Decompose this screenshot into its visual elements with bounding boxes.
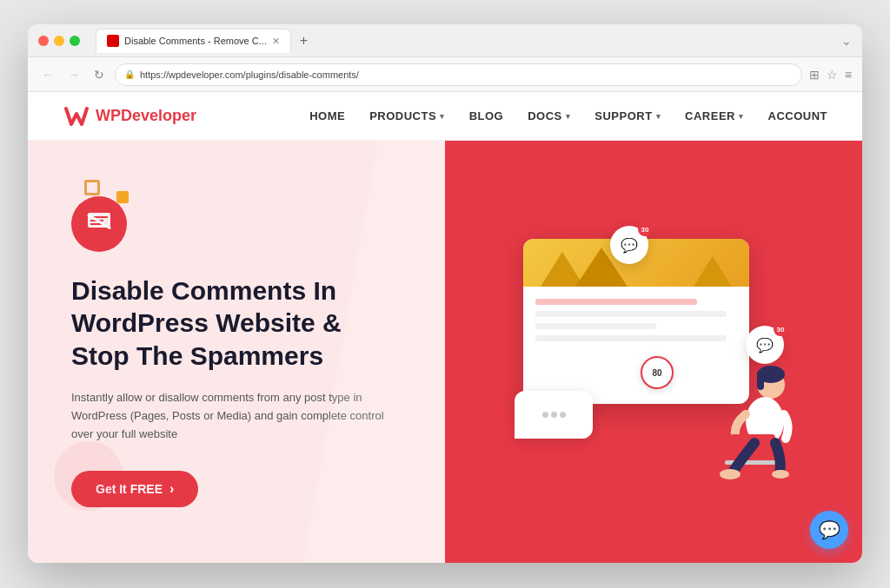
illus-line-1 (535, 299, 697, 305)
cta-arrow: › (169, 481, 174, 497)
site-logo[interactable]: WPDeveloper (63, 105, 196, 128)
person-illustration (688, 352, 801, 482)
nav-support[interactable]: SUPPORT ▾ (594, 109, 661, 122)
browser-window: Disable Comments - Remove C... ✕ + ⌄ ← →… (28, 24, 862, 563)
hero-description: Instantly allow or disallow comments fro… (71, 389, 402, 443)
plugin-logo-icon (86, 210, 112, 238)
logo-developer: Developer (121, 107, 196, 124)
plugin-logo-square (116, 191, 129, 203)
illus-line-4 (535, 335, 727, 341)
logo-wp: WP (96, 107, 121, 124)
notif-count-right: 30 (774, 322, 787, 336)
notif-count-top: 30 (638, 222, 652, 236)
nav-products[interactable]: PRODUCTS ▾ (369, 109, 444, 122)
comments-icon (86, 211, 112, 232)
menu-icon[interactable]: ≡ (845, 68, 852, 82)
tab-title: Disable Comments - Remove C... (124, 36, 267, 46)
nav-docs[interactable]: DOCS ▾ (528, 109, 570, 122)
hero-left: Disable Comments In WordPress Website & … (28, 141, 445, 563)
deco-square (84, 180, 100, 195)
refresh-button[interactable]: ↻ (90, 66, 108, 83)
nav-blog[interactable]: BLOG (469, 109, 504, 122)
new-tab-button[interactable]: + (295, 33, 313, 49)
docs-chevron-icon: ▾ (566, 112, 571, 121)
back-button[interactable]: ← (38, 66, 57, 83)
bubble-dot-1 (542, 412, 548, 418)
plugin-logo (71, 196, 127, 252)
title-bar-controls: ⌄ (841, 34, 852, 48)
active-tab[interactable]: Disable Comments - Remove C... ✕ (96, 29, 291, 53)
nav-right-controls: ⊞ ☆ ≡ (809, 68, 852, 82)
support-chevron-icon: ▾ (656, 112, 661, 121)
website-content: WPDeveloper HOME PRODUCTS ▾ BLOG DOCS ▾ … (28, 92, 862, 563)
illus-line-2 (535, 311, 727, 317)
minimize-button[interactable] (54, 36, 64, 46)
tab-close-button[interactable]: ✕ (272, 36, 280, 47)
tab-favicon (107, 35, 119, 47)
deco-circle (54, 441, 123, 511)
products-chevron-icon: ▾ (440, 112, 445, 121)
chat-support-icon: 💬 (819, 519, 840, 540)
nav-bar: ← → ↻ 🔒 https://wpdeveloper.com/plugins/… (28, 57, 862, 92)
badge-80: 80 (641, 356, 674, 389)
forward-button[interactable]: → (64, 66, 83, 83)
mountain-3 (694, 256, 732, 287)
traffic-lights (38, 36, 80, 46)
address-bar[interactable]: 🔒 https://wpdeveloper.com/plugins/disabl… (115, 63, 802, 86)
plugin-icon (71, 196, 132, 257)
illustration-card-lines (523, 287, 749, 353)
notification-icon-top: 💬 (621, 237, 638, 254)
tab-area: Disable Comments - Remove C... ✕ + (96, 29, 833, 53)
svg-point-11 (720, 469, 741, 479)
site-nav: HOME PRODUCTS ▾ BLOG DOCS ▾ SUPPORT ▾ CA… (309, 109, 827, 122)
bubble-dot-3 (560, 412, 566, 418)
lock-icon: 🔒 (124, 69, 135, 79)
notification-badge-top: 💬 30 (610, 226, 648, 264)
close-button[interactable] (38, 36, 49, 46)
hero-title: Disable Comments In WordPress Website & … (71, 274, 402, 373)
hero-illustration: 80 💬 30 💬 30 (506, 221, 801, 482)
chat-support-button[interactable]: 💬 (810, 511, 848, 549)
hero-right: 80 💬 30 💬 30 (445, 141, 862, 563)
svg-point-12 (772, 470, 789, 479)
title-bar: Disable Comments - Remove C... ✕ + ⌄ (28, 24, 862, 57)
bubble-dot-2 (551, 412, 557, 418)
notification-icon-right: 💬 (756, 337, 774, 353)
logo-text: WPDeveloper (96, 107, 196, 125)
career-chevron-icon: ▾ (739, 112, 744, 121)
nav-account[interactable]: ACCOUNT (768, 109, 828, 122)
logo-svg (63, 105, 90, 128)
bookmark-icon[interactable]: ☆ (827, 68, 838, 82)
nav-career[interactable]: CAREER ▾ (685, 109, 743, 122)
maximize-button[interactable] (70, 36, 80, 46)
nav-home[interactable]: HOME (309, 109, 345, 122)
hero-section: Disable Comments In WordPress Website & … (28, 141, 862, 563)
url-text: https://wpdeveloper.com/plugins/disable-… (140, 69, 359, 80)
site-header: WPDeveloper HOME PRODUCTS ▾ BLOG DOCS ▾ … (28, 92, 862, 141)
illus-line-3 (535, 323, 656, 329)
extensions-icon[interactable]: ⊞ (809, 68, 820, 82)
svg-rect-7 (757, 373, 764, 390)
chat-bubble (515, 391, 593, 439)
